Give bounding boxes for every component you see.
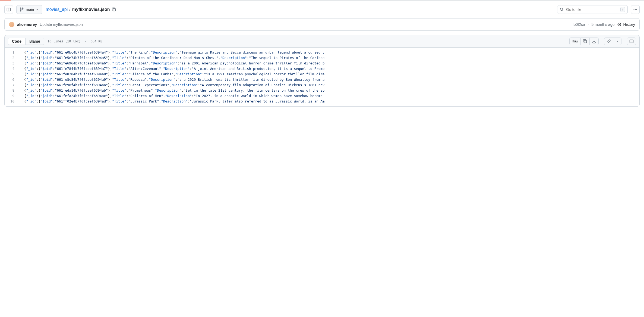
- copy-path-button[interactable]: [112, 7, 116, 12]
- go-to-file-search[interactable]: t: [557, 5, 628, 14]
- code-scroll[interactable]: 1{"_id":{"$oid":"661fe0bc4b7f0fceef6394a…: [5, 48, 639, 106]
- code-viewer: Code Blame 10 lines (10 loc) · 6.4 KB Ra…: [4, 35, 640, 107]
- code-line: 8{"_id":{"$oid":"661feda14b7f0fceef6394a…: [5, 88, 639, 93]
- commit-message[interactable]: Update myflixmovies.json: [40, 22, 83, 27]
- breadcrumb: movies_api / myflixmovies.json: [46, 7, 116, 12]
- commit-dot: ·: [588, 22, 589, 27]
- commit-date[interactable]: 5 months ago: [592, 22, 615, 27]
- commit-sha[interactable]: fb0f2ca: [573, 22, 585, 27]
- code-toolbar: Code Blame 10 lines (10 loc) · 6.4 KB Ra…: [5, 35, 639, 48]
- line-content[interactable]: {"_id":{"$oid":"661fe6964b7f0fceef6394a6…: [18, 61, 639, 66]
- svg-point-3: [560, 8, 563, 11]
- line-number[interactable]: 10: [5, 99, 18, 106]
- symbols-button[interactable]: [627, 38, 636, 45]
- line-number[interactable]: 9: [5, 93, 18, 99]
- raw-button[interactable]: Raw: [569, 38, 581, 45]
- copy-raw-button[interactable]: [581, 38, 590, 45]
- pencil-icon: [607, 39, 611, 43]
- search-shortcut: t: [620, 7, 625, 12]
- top-border: [0, 0, 644, 1]
- search-icon: [560, 7, 564, 12]
- download-icon: [592, 39, 596, 43]
- line-number[interactable]: 4: [5, 66, 18, 72]
- code-line: 4{"_id":{"$oid":"661fe7844b7f0fceef6394a…: [5, 66, 639, 72]
- file-lines: 10 lines (10 loc): [48, 39, 81, 43]
- line-content[interactable]: {"_id":{"$oid":"661fe5e74b7f0fceef6394a5…: [18, 55, 639, 61]
- code-line: 7{"_id":{"$oid":"661fe98f4b7f0fceef6394a…: [5, 82, 639, 88]
- breadcrumb-file: myflixmovies.json: [72, 7, 110, 12]
- history-link[interactable]: History: [617, 22, 635, 27]
- chevron-down-icon: [616, 40, 619, 43]
- tab-code[interactable]: Code: [8, 38, 25, 45]
- line-content[interactable]: {"_id":{"$oid":"661fefa24b7f0fceef6394ac…: [18, 93, 639, 99]
- view-mode-tabs: Code Blame: [8, 38, 44, 45]
- line-content[interactable]: {"_id":{"$oid":"661fe8c84b7f0fceef6394a9…: [18, 77, 639, 82]
- raw-tools: Raw: [569, 38, 599, 45]
- code-line: 6{"_id":{"$oid":"661fe8c84b7f0fceef6394a…: [5, 77, 639, 82]
- file-size: 6.4 KB: [91, 39, 102, 43]
- code-line: 2{"_id":{"$oid":"661fe5e74b7f0fceef6394a…: [5, 55, 639, 61]
- file-info: 10 lines (10 loc) · 6.4 KB: [48, 39, 102, 43]
- progress-indicator: [0, 0, 11, 1]
- history-label: History: [623, 22, 635, 27]
- svg-rect-2: [113, 9, 116, 11]
- svg-line-4: [563, 10, 563, 11]
- code-line: 5{"_id":{"$oid":"661fe8204b7f0fceef6394a…: [5, 72, 639, 77]
- side-panel-toggle[interactable]: [4, 5, 13, 14]
- edit-button[interactable]: [604, 38, 613, 45]
- svg-point-7: [636, 9, 637, 10]
- code-line: 3{"_id":{"$oid":"661fe6964b7f0fceef6394a…: [5, 61, 639, 66]
- line-content[interactable]: {"_id":{"$oid":"661fe7844b7f0fceef6394a7…: [18, 66, 639, 72]
- symbols-icon: [629, 39, 634, 43]
- line-content[interactable]: {"_id":{"$oid":"661fe0bc4b7f0fceef6394a4…: [18, 48, 639, 55]
- svg-rect-9: [630, 40, 633, 43]
- branch-name: main: [26, 7, 34, 12]
- line-number[interactable]: 2: [5, 55, 18, 61]
- svg-rect-8: [584, 41, 587, 43]
- branch-icon: [20, 7, 24, 12]
- line-number[interactable]: 7: [5, 82, 18, 88]
- line-content[interactable]: {"_id":{"$oid":"661fe98f4b7f0fceef6394aa…: [18, 82, 639, 88]
- breadcrumb-separator: /: [69, 7, 70, 12]
- line-number[interactable]: 6: [5, 77, 18, 82]
- commit-author[interactable]: alicemorey: [17, 22, 37, 27]
- copy-icon: [583, 39, 587, 43]
- copy-icon: [112, 7, 116, 12]
- svg-point-6: [635, 9, 636, 10]
- code-line: 1{"_id":{"$oid":"661fe0bc4b7f0fceef6394a…: [5, 48, 639, 55]
- download-raw-button[interactable]: [590, 38, 599, 45]
- file-header: main movies_api / myflixmovies.json t: [4, 5, 640, 14]
- search-input[interactable]: [566, 7, 618, 12]
- avatar[interactable]: [9, 22, 14, 27]
- latest-commit: alicemorey Update myflixmovies.json fb0f…: [4, 18, 640, 31]
- kebab-icon: [633, 7, 637, 12]
- svg-rect-0: [7, 8, 11, 11]
- line-content[interactable]: {"_id":{"$oid":"661ff02e4b7f0fceef6394ad…: [18, 99, 639, 106]
- line-content[interactable]: {"_id":{"$oid":"661feda14b7f0fceef6394ab…: [18, 88, 639, 93]
- history-icon: [617, 22, 621, 27]
- side-panel-icon: [7, 7, 11, 12]
- line-number[interactable]: 3: [5, 61, 18, 66]
- edit-tools: [604, 38, 621, 45]
- line-number[interactable]: 5: [5, 72, 18, 77]
- code-content: 1{"_id":{"$oid":"661fe0bc4b7f0fceef6394a…: [5, 48, 639, 106]
- line-number[interactable]: 1: [5, 48, 18, 55]
- breadcrumb-repo-link[interactable]: movies_api: [46, 7, 68, 12]
- line-number[interactable]: 8: [5, 88, 18, 93]
- svg-point-5: [634, 9, 634, 10]
- more-options-button[interactable]: [631, 5, 640, 14]
- edit-dropdown[interactable]: [613, 38, 621, 45]
- branch-selector[interactable]: main: [16, 5, 42, 14]
- code-line: 9{"_id":{"$oid":"661fefa24b7f0fceef6394a…: [5, 93, 639, 99]
- tab-blame[interactable]: Blame: [25, 38, 44, 45]
- line-content[interactable]: {"_id":{"$oid":"661fe8204b7f0fceef6394a8…: [18, 72, 639, 77]
- chevron-down-icon: [36, 8, 39, 11]
- code-line: 10{"_id":{"$oid":"661ff02e4b7f0fceef6394…: [5, 99, 639, 106]
